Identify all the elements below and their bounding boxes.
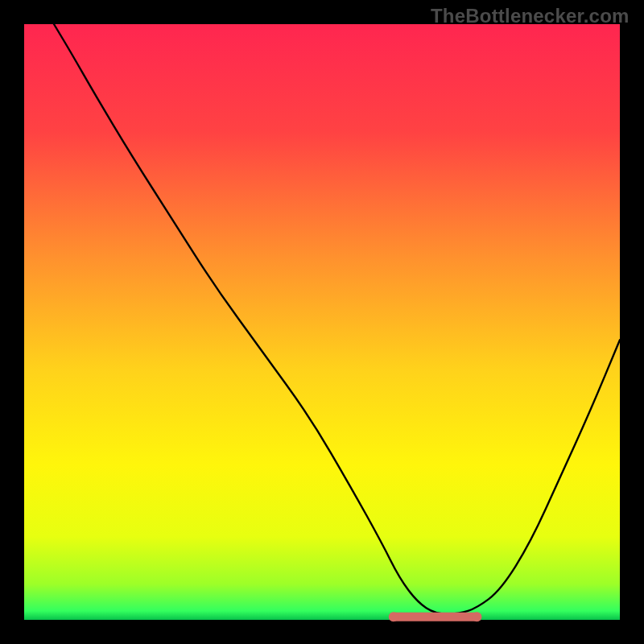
bottleneck-chart — [0, 0, 644, 644]
plot-background — [24, 24, 620, 620]
watermark-text: TheBottlenecker.com — [431, 5, 630, 27]
range-end-dot — [472, 612, 481, 621]
range-start-dot — [389, 612, 398, 621]
chart-container: TheBottlenecker.com — [0, 0, 644, 644]
